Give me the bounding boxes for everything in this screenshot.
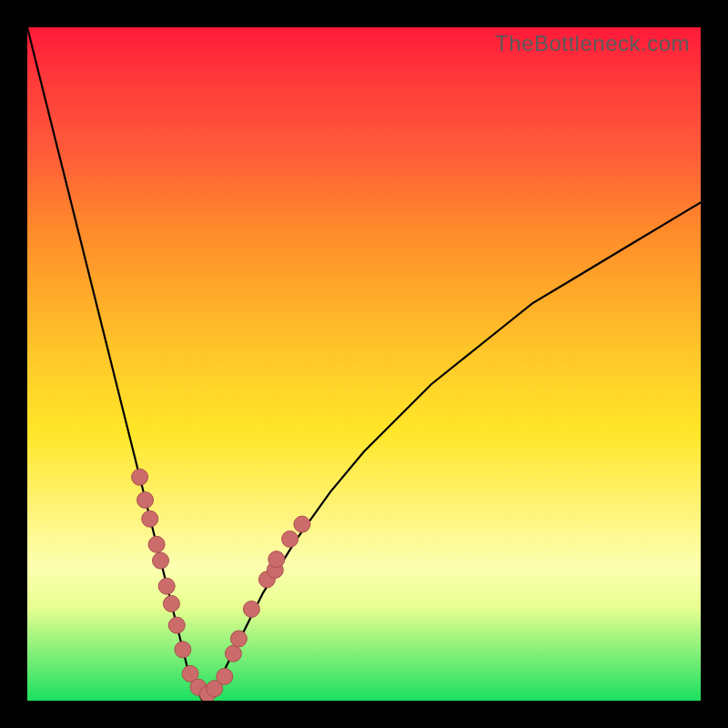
curve-marker xyxy=(158,578,175,594)
curve-marker xyxy=(148,536,165,552)
curve-marker xyxy=(268,551,285,568)
chart-svg xyxy=(27,27,701,701)
curve-marker xyxy=(132,469,148,485)
plot-area: TheBottleneck.com xyxy=(27,27,701,701)
curve-marker xyxy=(230,631,247,647)
bottleneck-curve xyxy=(27,27,701,701)
chart-frame: TheBottleneck.com xyxy=(0,0,728,728)
curve-marker xyxy=(175,642,191,658)
curve-marker xyxy=(137,492,154,509)
curve-marker xyxy=(217,668,233,684)
curve-marker xyxy=(282,531,298,547)
curve-marker xyxy=(243,601,259,617)
curve-marker xyxy=(163,595,179,612)
curve-marker xyxy=(294,516,310,532)
curve-marker xyxy=(153,552,169,569)
curve-marker xyxy=(142,511,158,527)
curve-marker xyxy=(168,617,185,633)
curve-markers xyxy=(132,469,310,701)
curve-marker xyxy=(225,645,241,662)
